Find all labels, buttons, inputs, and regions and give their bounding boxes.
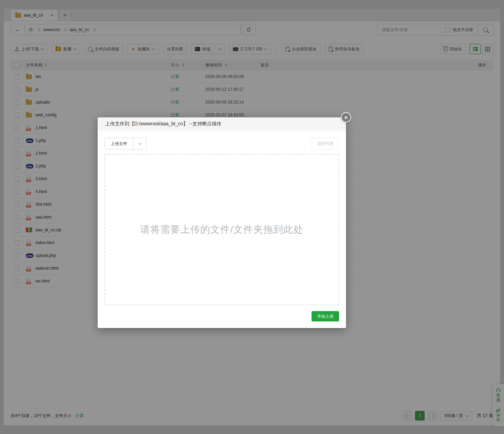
upload-file-button[interactable]: 上传文件 — [105, 138, 133, 149]
dialog-title: 上传文件到【D:/wwwroot/aaa_bt_cn】 --支持断点续传 — [98, 117, 346, 131]
page: aaa_bt_cn × + ← D: wwwroot aaa_bt_cn — [0, 0, 504, 434]
upload-dialog: × 上传文件到【D:/wwwroot/aaa_bt_cn】 --支持断点续传 上… — [98, 117, 346, 328]
upload-file-split-button: 上传文件 — [105, 138, 146, 150]
upload-dropzone[interactable]: 请将需要上传的文件/文件夹拖到此处 — [105, 154, 339, 305]
dialog-close-button[interactable]: × — [341, 112, 351, 123]
chevron-down-icon — [138, 141, 141, 145]
upload-file-dropdown[interactable] — [133, 138, 146, 149]
dropzone-hint: 请将需要上传的文件/文件夹拖到此处 — [140, 223, 304, 236]
start-upload-button[interactable]: 开始上传 — [312, 311, 339, 321]
clear-list-button[interactable]: 清空列表 — [312, 138, 339, 150]
